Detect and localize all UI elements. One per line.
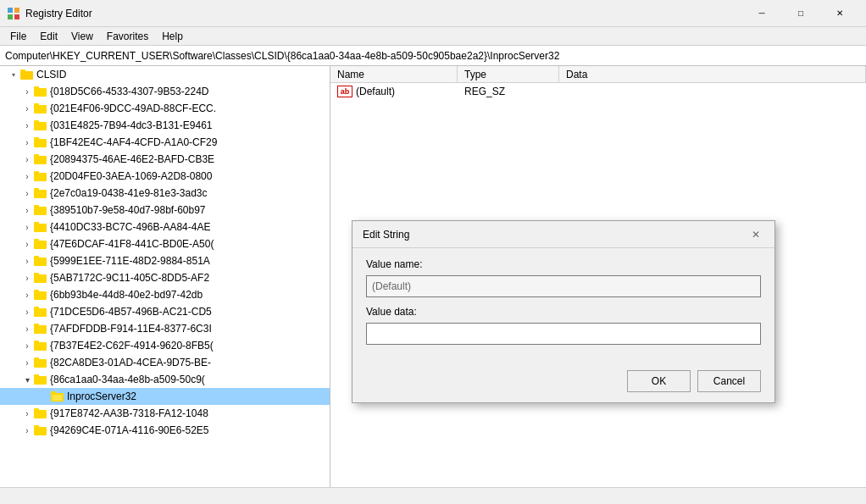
menu-file[interactable]: File <box>3 27 33 45</box>
menu-view[interactable]: View <box>64 27 100 45</box>
list-item[interactable]: › {6bb93b4e-44d8-40e2-bd97-42db <box>0 286 330 303</box>
list-item[interactable]: › {20D04FE0-3AEA-1069-A2D8-0800 <box>0 168 330 185</box>
svg-rect-32 <box>34 290 39 292</box>
svg-rect-8 <box>34 86 39 89</box>
close-button[interactable]: ✕ <box>820 0 859 27</box>
list-item[interactable]: › {20894375-46AE-46E2-BAFD-CB3E <box>0 151 330 168</box>
toggle-icon: › <box>20 322 34 335</box>
value-name-input[interactable] <box>366 275 761 297</box>
address-bar: Computer\HKEY_CURRENT_USER\Software\Clas… <box>0 46 866 66</box>
details-row-default[interactable]: ab (Default) REG_SZ <box>330 83 866 100</box>
tree-item-label: {82CA8DE3-01AD-4CEA-9D75-BE- <box>50 357 211 368</box>
tree-item-label: {20894375-46AE-46E2-BAFD-CB3E <box>50 153 214 165</box>
ab-icon: ab <box>337 86 353 97</box>
folder-icon <box>34 323 47 335</box>
menu-favorites[interactable]: Favorites <box>100 27 155 45</box>
list-item[interactable]: › {018D5C66-4533-4307-9B53-224D <box>0 83 330 100</box>
list-item[interactable]: › {1BF42E4C-4AF4-4CFD-A1A0-CF29 <box>0 134 330 151</box>
svg-rect-7 <box>34 88 47 97</box>
details-cell-name: ab (Default) <box>330 85 458 98</box>
dialog-ok-button[interactable]: OK <box>627 370 691 392</box>
col-header-name: Name <box>330 66 458 82</box>
tree-item-label: {917E8742-AA3B-7318-FA12-1048 <box>50 407 208 419</box>
list-item[interactable]: › {2e7c0a19-0438-41e9-81e3-3ad3c <box>0 185 330 202</box>
svg-rect-37 <box>34 342 47 351</box>
list-item[interactable]: › {389510b7-9e58-40d7-98bf-60b97 <box>0 202 330 219</box>
menu-edit[interactable]: Edit <box>33 27 64 45</box>
tree-item-label: {5999E1EE-711E-48D2-9884-851A <box>50 255 210 267</box>
folder-icon <box>34 340 47 352</box>
toggle-icon <box>37 390 51 403</box>
svg-rect-21 <box>34 207 47 215</box>
list-item[interactable]: › {7AFDFDDB-F914-11E4-8377-6C3I <box>0 320 330 337</box>
toggle-icon: › <box>20 85 34 98</box>
list-item[interactable]: › {82CA8DE3-01AD-4CEA-9D75-BE- <box>0 354 330 371</box>
folder-icon <box>34 170 47 182</box>
folder-icon-open <box>51 390 64 402</box>
details-header: Name Type Data <box>330 66 866 83</box>
list-item[interactable]: › {4410DC33-BC7C-496B-AA84-4AE <box>0 219 330 235</box>
menu-help[interactable]: Help <box>155 27 190 45</box>
status-bar <box>0 487 866 504</box>
svg-rect-49 <box>34 425 39 428</box>
toggle-icon: › <box>20 254 34 268</box>
tree-item-label: {6bb93b4e-44d8-40e2-bd97-42db <box>50 289 203 301</box>
tree-item-label: {7B37E4E2-C62F-4914-9620-8FB5( <box>50 340 214 352</box>
svg-rect-0 <box>8 8 13 13</box>
app-title: Registry Editor <box>25 8 742 19</box>
toggle-icon: › <box>20 271 34 285</box>
value-name: (Default) <box>356 86 395 97</box>
details-cell-type: REG_SZ <box>458 85 559 98</box>
toggle-icon: › <box>20 136 34 149</box>
tree-item-label: {5AB7172C-9C11-405C-8DD5-AF2 <box>50 272 209 284</box>
svg-rect-6 <box>20 71 33 80</box>
minimize-button[interactable]: ─ <box>742 0 781 27</box>
folder-icon <box>34 86 47 97</box>
folder-icon <box>34 306 47 318</box>
svg-rect-40 <box>34 357 39 360</box>
svg-rect-14 <box>34 137 39 140</box>
list-item[interactable]: › {71DCE5D6-4B57-496B-AC21-CD5 <box>0 303 330 320</box>
svg-rect-27 <box>34 258 47 266</box>
toggle-icon: › <box>20 356 34 369</box>
list-item[interactable]: › {021E4F06-9DCC-49AD-88CF-ECC. <box>0 100 330 117</box>
toggle-icon: › <box>20 305 34 318</box>
toggle-icon: › <box>20 119 34 132</box>
svg-rect-31 <box>34 291 47 300</box>
svg-rect-3 <box>14 14 19 19</box>
list-item[interactable]: › {7B37E4E2-C62F-4914-9620-8FB5( <box>0 337 330 354</box>
list-item[interactable]: › {917E8742-AA3B-7318-FA12-1048 <box>0 405 330 422</box>
svg-rect-38 <box>34 341 39 343</box>
list-item[interactable]: ▾ {86ca1aa0-34aa-4e8b-a509-50c9( <box>0 371 330 388</box>
svg-rect-19 <box>34 190 47 198</box>
folder-icon <box>34 272 47 284</box>
dialog-cancel-button[interactable]: Cancel <box>697 370 761 392</box>
svg-rect-1 <box>14 8 19 13</box>
maximize-button[interactable]: □ <box>781 0 820 27</box>
folder-icon <box>34 136 47 148</box>
tree-item-label: {47E6DCAF-41F8-441C-BD0E-A50( <box>50 238 214 250</box>
list-item[interactable]: › {47E6DCAF-41F8-441C-BD0E-A50( <box>0 235 330 252</box>
list-item[interactable]: › {5AB7172C-9C11-405C-8DD5-AF2 <box>0 269 330 286</box>
list-item[interactable]: › {94269C4E-071A-4116-90E6-52E5 <box>0 422 330 439</box>
svg-rect-44 <box>51 391 56 394</box>
tree-item-inprocserver32[interactable]: InprocServer32 <box>0 388 330 405</box>
value-data-input[interactable] <box>366 323 761 345</box>
tree-item-label: {021E4F06-9DCC-49AD-88CF-ECC. <box>50 102 216 114</box>
window-controls: ─ □ ✕ <box>742 0 859 27</box>
dialog-close-button[interactable]: ✕ <box>744 224 768 245</box>
tree-item-clsid[interactable]: ▾ CLSID <box>0 66 330 83</box>
svg-rect-18 <box>34 171 39 174</box>
toggle-icon: › <box>20 102 34 115</box>
svg-rect-42 <box>34 374 39 377</box>
svg-rect-39 <box>34 359 47 368</box>
list-item[interactable]: › {031E4825-7B94-4dc3-B131-E9461 <box>0 117 330 134</box>
list-item[interactable]: › {5999E1EE-711E-48D2-9884-851A <box>0 252 330 269</box>
tree-item-label: {389510b7-9e58-40d7-98bf-60b97 <box>50 204 206 216</box>
dialog-body: Value name: Value data: <box>353 248 774 363</box>
folder-icon <box>34 221 47 233</box>
svg-rect-34 <box>34 307 39 309</box>
svg-rect-26 <box>34 239 39 241</box>
folder-icon <box>34 374 47 385</box>
tree-item-label: {20D04FE0-3AEA-1069-A2D8-0800 <box>50 170 212 182</box>
